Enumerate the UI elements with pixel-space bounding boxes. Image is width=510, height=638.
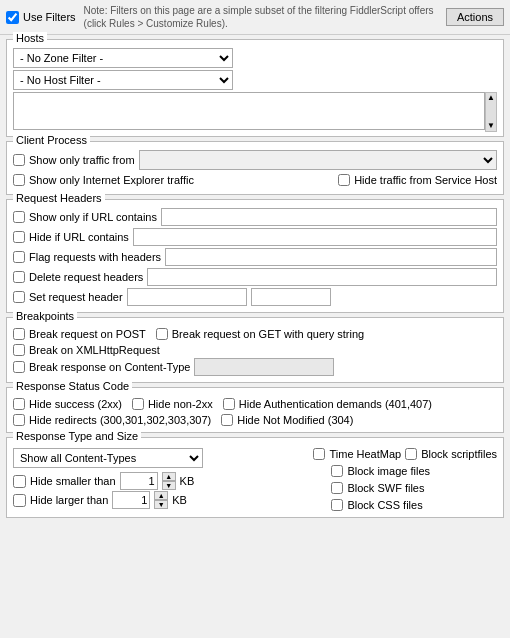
scroll-down-arrow[interactable]: ▼ <box>487 121 495 131</box>
delete-headers-label: Delete request headers <box>29 271 143 283</box>
hide-smaller-input[interactable] <box>120 472 158 490</box>
use-filters-label: Use Filters <box>23 11 76 23</box>
flag-headers-checkbox[interactable] <box>13 251 25 263</box>
hide-auth-checkbox[interactable] <box>223 398 235 410</box>
actions-button[interactable]: Actions <box>446 8 504 26</box>
hosts-scrollbar[interactable]: ▲ ▼ <box>485 92 497 132</box>
set-header-label: Set request header <box>29 291 123 303</box>
hide-smaller-checkbox[interactable] <box>13 475 26 488</box>
hide-2xx-checkbox[interactable] <box>13 398 25 410</box>
hosts-textarea[interactable] <box>13 92 485 130</box>
hide-smaller-label: Hide smaller than <box>30 475 116 487</box>
show-ie-label: Show only Internet Explorer traffic <box>29 174 194 186</box>
request-headers-label: Request Headers <box>13 192 105 204</box>
hosts-section-label: Hosts <box>13 32 47 44</box>
break-get-checkbox[interactable] <box>156 328 168 340</box>
show-only-from-label: Show only traffic from <box>29 154 135 166</box>
larger-spin-down[interactable]: ▼ <box>154 500 168 509</box>
flag-headers-label: Flag requests with headers <box>29 251 161 263</box>
hide-url-input[interactable] <box>133 228 497 246</box>
hide-smaller-kb: KB <box>180 475 195 487</box>
hide-non2xx-label: Hide non-2xx <box>148 398 213 410</box>
response-status-label: Response Status Code <box>13 380 132 392</box>
block-imagefiles-label: Block image files <box>347 465 430 477</box>
break-xml-checkbox[interactable] <box>13 344 25 356</box>
client-process-label: Client Process <box>13 134 90 146</box>
breakpoints-section: Breakpoints Break request on POST Break … <box>6 317 504 383</box>
break-response-input[interactable] <box>194 358 334 376</box>
break-response-checkbox[interactable] <box>13 361 25 373</box>
hide-smaller-spinner[interactable]: ▲ ▼ <box>162 472 176 490</box>
hide-redirects-label: Hide redirects (300,301,302,303,307) <box>29 414 211 426</box>
hide-service-host-checkbox[interactable] <box>338 174 350 186</box>
smaller-spin-up[interactable]: ▲ <box>162 472 176 481</box>
request-headers-section: Request Headers Show only if URL contain… <box>6 199 504 313</box>
block-imagefiles-checkbox[interactable] <box>331 465 343 477</box>
traffic-from-select[interactable] <box>139 150 497 170</box>
breakpoints-label: Breakpoints <box>13 310 77 322</box>
hide-304-checkbox[interactable] <box>221 414 233 426</box>
break-get-label: Break request on GET with query string <box>172 328 364 340</box>
hide-304-label: Hide Not Modified (304) <box>237 414 353 426</box>
show-only-url-checkbox[interactable] <box>13 211 25 223</box>
scroll-up-arrow[interactable]: ▲ <box>487 93 495 103</box>
response-type-section: Response Type and Size Show all Content-… <box>6 437 504 518</box>
hide-larger-label: Hide larger than <box>30 494 108 506</box>
show-ie-checkbox[interactable] <box>13 174 25 186</box>
time-heatmap-label: Time HeatMap <box>329 448 401 460</box>
note-text: Note: Filters on this page are a simple … <box>84 4 438 30</box>
block-css-label: Block CSS files <box>347 499 422 511</box>
response-status-section: Response Status Code Hide success (2xx) … <box>6 387 504 433</box>
use-filters-checkbox[interactable] <box>6 11 19 24</box>
hosts-area: ▲ ▼ <box>13 92 497 132</box>
hide-service-host-label: Hide traffic from Service Host <box>354 174 497 186</box>
hide-auth-label: Hide Authentication demands (401,407) <box>239 398 432 410</box>
hide-url-label: Hide if URL contains <box>29 231 129 243</box>
larger-spin-up[interactable]: ▲ <box>154 491 168 500</box>
smaller-spin-down[interactable]: ▼ <box>162 481 176 490</box>
hide-2xx-label: Hide success (2xx) <box>29 398 122 410</box>
hide-larger-spinner[interactable]: ▲ ▼ <box>154 491 168 509</box>
block-swf-label: Block SWF files <box>347 482 424 494</box>
block-scriptfiles-label: Block scriptfiles <box>421 448 497 460</box>
hosts-section: Hosts - No Zone Filter - - No Host Filte… <box>6 39 504 137</box>
hide-larger-input[interactable] <box>112 491 150 509</box>
response-type-label: Response Type and Size <box>13 430 141 442</box>
hide-url-checkbox[interactable] <box>13 231 25 243</box>
block-swf-checkbox[interactable] <box>331 482 343 494</box>
show-only-url-label: Show only if URL contains <box>29 211 157 223</box>
delete-headers-checkbox[interactable] <box>13 271 25 283</box>
hide-non2xx-checkbox[interactable] <box>132 398 144 410</box>
client-process-section: Client Process Show only traffic from Sh… <box>6 141 504 195</box>
show-only-url-input[interactable] <box>161 208 497 226</box>
zone-filter-select[interactable]: - No Zone Filter - <box>13 48 233 68</box>
block-css-checkbox[interactable] <box>331 499 343 511</box>
delete-headers-input[interactable] <box>147 268 497 286</box>
hide-larger-kb: KB <box>172 494 187 506</box>
set-header-checkbox[interactable] <box>13 291 25 303</box>
break-xml-label: Break on XMLHttpRequest <box>29 344 160 356</box>
set-header-value-input[interactable] <box>251 288 331 306</box>
hide-larger-checkbox[interactable] <box>13 494 26 507</box>
break-post-label: Break request on POST <box>29 328 146 340</box>
show-only-from-checkbox[interactable] <box>13 154 25 166</box>
flag-headers-input[interactable] <box>165 248 497 266</box>
break-post-checkbox[interactable] <box>13 328 25 340</box>
time-heatmap-checkbox[interactable] <box>313 448 325 460</box>
content-type-select[interactable]: Show all Content-Types <box>13 448 203 468</box>
set-header-name-input[interactable] <box>127 288 247 306</box>
hide-redirects-checkbox[interactable] <box>13 414 25 426</box>
host-filter-select[interactable]: - No Host Filter - <box>13 70 233 90</box>
block-scriptfiles-checkbox[interactable] <box>405 448 417 460</box>
break-response-label: Break response on Content-Type <box>29 361 190 373</box>
